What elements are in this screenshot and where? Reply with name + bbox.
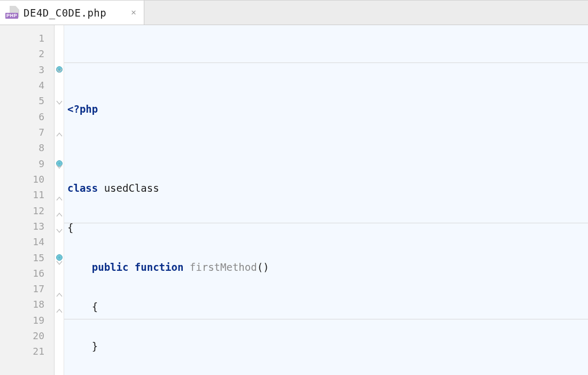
fold-end-icon[interactable] xyxy=(55,127,64,143)
line-number[interactable]: 12 xyxy=(0,202,54,218)
line-number[interactable]: 10 xyxy=(0,171,54,187)
tab-filename: DE4D_C0DE.php xyxy=(24,7,127,19)
fold-column xyxy=(55,25,64,375)
line-number[interactable]: 7 xyxy=(0,124,54,140)
line-number[interactable]: 17 xyxy=(0,281,54,296)
code-line[interactable]: { xyxy=(64,299,588,315)
code-line[interactable]: <?php xyxy=(64,101,588,117)
fold-end-icon[interactable] xyxy=(55,287,64,303)
line-number[interactable]: 11 xyxy=(0,187,54,202)
code-line[interactable]: { xyxy=(64,220,588,236)
code-line[interactable]: } xyxy=(64,338,588,354)
line-number[interactable]: 5 xyxy=(0,93,54,108)
block-separator xyxy=(64,223,588,223)
line-number[interactable]: 21 xyxy=(0,343,54,359)
fold-toggle-icon[interactable] xyxy=(55,223,64,239)
line-number[interactable]: 1 xyxy=(0,30,54,46)
php-badge-label: PHP xyxy=(5,13,18,19)
fold-toggle-icon[interactable] xyxy=(55,159,64,175)
code-area[interactable]: <?php class usedClass { public function … xyxy=(64,25,588,375)
line-number[interactable]: 18 xyxy=(0,296,54,312)
line-number[interactable]: 9 ↓ xyxy=(0,156,54,171)
block-separator xyxy=(64,62,588,63)
line-number[interactable]: 8 xyxy=(0,140,54,155)
line-number[interactable]: 4 xyxy=(0,77,54,93)
line-number[interactable]: 16 xyxy=(0,265,54,281)
line-number[interactable]: 19 xyxy=(0,312,54,328)
fold-end-icon[interactable] xyxy=(55,303,64,319)
line-number[interactable]: 3 ↓ xyxy=(0,62,54,77)
editor: 1 2 3 ↓ 4 5 6 7 8 9 ↓ 10 11 12 13 14 15 … xyxy=(0,25,588,375)
tab-bar: PHP DE4D_C0DE.php × xyxy=(0,0,588,25)
code-line[interactable] xyxy=(64,140,588,157)
block-separator xyxy=(64,319,588,319)
fold-toggle-icon[interactable] xyxy=(55,95,64,111)
line-number[interactable] xyxy=(0,360,54,375)
php-file-icon: PHP xyxy=(5,7,19,19)
line-number[interactable]: 20 xyxy=(0,328,54,343)
file-tab[interactable]: PHP DE4D_C0DE.php × xyxy=(0,1,144,25)
fold-toggle-icon[interactable] xyxy=(55,62,64,79)
close-icon[interactable]: × xyxy=(131,7,136,18)
line-number[interactable]: 6 xyxy=(0,109,54,124)
line-number[interactable]: 13 xyxy=(0,218,54,234)
fold-end-icon[interactable] xyxy=(55,191,64,207)
code-line[interactable]: class usedClass xyxy=(64,180,588,196)
line-number[interactable]: 14 xyxy=(0,234,54,249)
code-line[interactable]: public function firstMethod() xyxy=(64,259,588,275)
line-number[interactable]: 15 ↑ xyxy=(0,249,54,265)
fold-end-icon[interactable] xyxy=(55,207,64,223)
line-number[interactable]: 2 xyxy=(0,46,54,61)
line-number-gutter: 1 2 3 ↓ 4 5 6 7 8 9 ↓ 10 11 12 13 14 15 … xyxy=(0,25,55,375)
fold-toggle-icon[interactable] xyxy=(55,255,64,271)
